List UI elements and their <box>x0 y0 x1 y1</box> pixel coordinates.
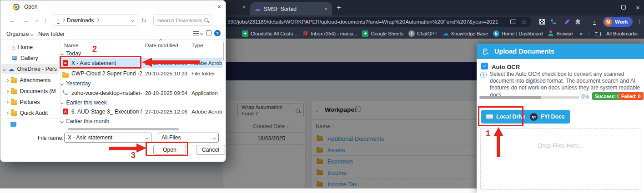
list-vertical-scrollbar[interactable] <box>223 42 224 60</box>
drop-files-text: Drop Files Here.. <box>538 142 583 149</box>
tab-close-icon[interactable]: × <box>324 6 327 12</box>
file-type-combobox[interactable]: All Files <box>158 133 219 143</box>
new-folder-button[interactable]: New folder <box>38 31 65 37</box>
column-header-type[interactable]: Type <box>191 42 203 49</box>
sidebar-item-quick-audit[interactable]: Quick Audit <box>4 108 59 118</box>
nav-recent-chevron-icon[interactable] <box>35 19 38 21</box>
window-maximize-button[interactable] <box>621 5 626 10</box>
group-header-earlier-this-month[interactable]: Earlier this month <box>61 118 109 124</box>
gmail-icon <box>302 30 308 37</box>
feather-extension-icon[interactable] <box>564 19 570 27</box>
browser-menu-icon[interactable]: ⋮ <box>637 19 643 25</box>
file-name-value: X - Asic statement <box>68 134 112 141</box>
screen: × ☁ SMSF Sorted × + – × 330/jobs/231189/… <box>0 0 644 193</box>
window-close-button[interactable]: × <box>636 4 640 11</box>
cancel-button[interactable]: Cancel <box>196 145 225 155</box>
column-header-date-modified[interactable]: Date modified <box>145 42 178 49</box>
qr-extension-icon[interactable] <box>539 19 545 25</box>
nav-back-icon[interactable]: ← <box>9 17 15 24</box>
dialog-close-icon[interactable]: × <box>217 4 221 10</box>
new-tab-button[interactable]: + <box>337 4 341 11</box>
dialog-title-bar: Open <box>0 0 226 13</box>
folder-icon <box>11 100 17 105</box>
annotation-arrow-file-shaft <box>151 60 200 64</box>
preview-pane-icon[interactable] <box>206 30 211 35</box>
pdf-file-icon <box>63 109 68 114</box>
url-bar[interactable]: 330/jobs/231189/details/WORKPAPER/upload… <box>222 17 531 27</box>
expand-chevron-icon[interactable] <box>5 79 8 82</box>
refresh-icon[interactable]: ↻ <box>141 17 146 24</box>
bookmark-knowledge-base[interactable]: ☁Knowledge Base <box>443 30 488 37</box>
all-bookmarks-label[interactable]: All Bookmarks <box>606 31 638 36</box>
tab-favicon-cloud-icon: ☁ <box>255 6 261 12</box>
bookmark-label: Inbox (354) - mansi... <box>311 31 357 36</box>
profile-button[interactable]: M Work <box>603 17 633 27</box>
list-horizontal-scrollbar[interactable] <box>68 128 179 130</box>
folder-icon <box>11 89 17 94</box>
file-name-combobox[interactable]: X - Asic statement <box>64 133 151 143</box>
file-type: Application <box>191 90 218 96</box>
sidebar-item-documents[interactable]: Documents (M <box>4 86 59 96</box>
group-header-earlier-this-week[interactable]: Earlier this week <box>61 99 107 106</box>
group-header-yesterday[interactable]: Yesterday <box>61 80 91 87</box>
extensions-puzzle-icon[interactable] <box>575 19 581 27</box>
sidebar-item-label: OneDrive - Pers <box>17 66 57 72</box>
search-icon <box>204 18 208 22</box>
address-dropdown-icon[interactable] <box>131 19 134 21</box>
sidebar-item-attachments[interactable]: Attachments <box>4 75 59 85</box>
annotation-box-file <box>60 56 141 69</box>
auto-ocr-checkbox[interactable]: ✓ <box>481 63 488 69</box>
annotation-step-3: 3 <box>131 151 136 160</box>
annotation-arrow-open-head <box>136 144 146 153</box>
expand-chevron-icon[interactable] <box>5 112 8 114</box>
k-circle-icon <box>493 30 499 37</box>
help-icon[interactable]: ? <box>214 30 221 36</box>
bookmark-chatgpt[interactable]: ChatGPT <box>408 30 438 37</box>
organize-menu[interactable]: Organize <box>6 31 33 37</box>
tab-smsf-sorted[interactable]: ☁ SMSF Sorted × <box>250 2 332 15</box>
bookmark-google-sheets[interactable]: Google Sheets <box>362 30 403 37</box>
file-type: File folder <box>191 70 215 77</box>
bookmark-home-dashboard[interactable]: Home | Dashboard <box>493 30 543 37</box>
sidebar-item-label: Gallery <box>20 55 38 61</box>
sidebar-item-home[interactable]: ⌂ Home <box>4 42 58 52</box>
window-minimize-button[interactable]: – <box>601 4 605 10</box>
background-tab-close-icon[interactable]: × <box>242 4 246 10</box>
bookmark-star-icon[interactable]: ☆ <box>521 19 527 25</box>
drop-files-zone[interactable]: Drop Files Here.. <box>480 128 640 190</box>
group-chevron-icon <box>60 82 63 85</box>
dialog-search-input[interactable]: Search Downloads <box>153 15 212 26</box>
expand-chevron-icon[interactable] <box>3 68 5 70</box>
sidebar-item-gallery[interactable]: Gallery <box>4 53 58 63</box>
cancel-button-label: Cancel <box>202 147 219 153</box>
view-options-chevron-icon[interactable] <box>200 32 203 35</box>
profile-name: Work <box>615 19 628 25</box>
home-icon: ⌂ <box>11 44 15 50</box>
bookmark-inbox[interactable]: Inbox (354) - mansi... <box>302 30 357 37</box>
group-label: Yesterday <box>66 80 91 87</box>
file-row-zoho-voice[interactable]: zoho-voice-desktop-installer-x64-v3.6.0 … <box>60 88 222 98</box>
downloads-icon[interactable]: ↓ <box>593 19 596 25</box>
address-bar[interactable]: ↓ Downloads <box>53 15 137 26</box>
install-app-icon[interactable]: ↓ <box>510 20 516 24</box>
sidebar-item-label: Pictures <box>20 99 40 105</box>
file-row-aud-stage3[interactable]: 6. AUD-Stage 3_ Execution Stage (Compli.… <box>60 107 222 117</box>
sidebar-item-pictures[interactable]: Pictures <box>4 97 59 107</box>
view-options-icon[interactable] <box>193 31 199 35</box>
cloud-icon: ☁ <box>443 30 449 37</box>
sidebar-item-onedrive[interactable]: ☁ OneDrive - Pers <box>1 64 59 74</box>
bookmark-cloudoffis[interactable]: Cloudoffis All Custo... <box>242 30 297 37</box>
expand-chevron-icon[interactable] <box>5 101 8 104</box>
nav-forward-icon[interactable]: → <box>22 17 29 24</box>
bookmarks-overflow-icon[interactable]: » <box>579 30 583 37</box>
breadcrumb-downloads[interactable]: Downloads <box>67 17 94 24</box>
expand-chevron-icon[interactable] <box>5 90 8 93</box>
phone-extension-icon[interactable] <box>550 19 557 27</box>
column-header-name[interactable]: Name <box>64 42 78 49</box>
sidebar-partial-item-icon[interactable] <box>10 122 16 127</box>
nav-up-icon[interactable]: ↑ <box>44 17 47 24</box>
search-placeholder: Search Downloads <box>157 17 202 24</box>
bookmarks-divider: | <box>588 31 589 36</box>
file-row-cwp-cloud[interactable]: CWP-Cloud 2 Super Fund -2022 29-10-2025 … <box>60 69 222 79</box>
fyi-docs-button[interactable]: fyi FYI Docs <box>525 110 570 124</box>
